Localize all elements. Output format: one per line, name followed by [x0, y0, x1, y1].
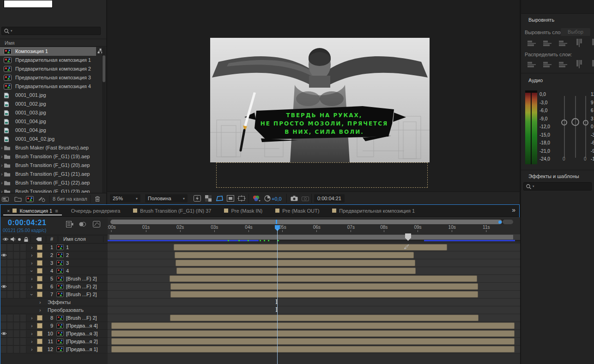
- solo-toggle[interactable]: [14, 330, 20, 337]
- expand-chevron[interactable]: ››: [31, 338, 33, 346]
- layer-name[interactable]: 3: [66, 259, 69, 267]
- eye-toggle[interactable]: [1, 260, 7, 267]
- work-area-range[interactable]: [109, 235, 513, 239]
- label-color-swatch[interactable]: [37, 339, 42, 344]
- layer-row-left[interactable]: ›› 11 [Предва...я 2] ›: [0, 338, 108, 346]
- effects-search-input[interactable]: ▾: [523, 182, 592, 191]
- solo-toggle[interactable]: [14, 283, 20, 290]
- chevron-right-icon[interactable]: ›: [1, 162, 3, 168]
- timeline-row[interactable]: ›› 8 [Brush ...F) 2] › I: [0, 314, 520, 322]
- project-item[interactable]: › Композиция 1: [0, 47, 96, 56]
- graph-editor-icon[interactable]: [92, 221, 101, 228]
- layer-name[interactable]: [Предва...я 4]: [66, 322, 98, 330]
- layer-track[interactable]: I: [108, 251, 520, 259]
- interpret-footage-icon[interactable]: [2, 196, 10, 202]
- layer-row-left[interactable]: ›› 6 [Brush ...F) 2] ›: [0, 283, 108, 291]
- align-icon[interactable]: [527, 40, 538, 47]
- layer-track[interactable]: I: [108, 346, 520, 353]
- timeline-row[interactable]: ›› 11 [Предва...я 2] › I: [0, 338, 520, 346]
- composition-canvas[interactable]: ТВЕРДЬ НА РУКАХ, НЕ ПРОСТО МОЗОЛИ, ПРЯЧЕ…: [210, 38, 430, 162]
- project-item[interactable]: › 0001_003.jpg: [0, 108, 106, 117]
- project-item[interactable]: › Brush Maker (Fast Brushes).aep: [0, 143, 106, 152]
- layer-row-left[interactable]: ›› 10 [Предва...я 3] ›: [0, 330, 108, 338]
- solo-toggle[interactable]: [14, 322, 20, 329]
- expand-chevron[interactable]: ››: [31, 259, 33, 267]
- expand-chevron[interactable]: ››: [31, 267, 33, 275]
- audio-master-slider-knob[interactable]: [571, 118, 579, 126]
- eye-toggle[interactable]: [1, 252, 7, 259]
- layer-duration-bar[interactable]: [170, 275, 477, 282]
- layer-name[interactable]: [Brush ...F) 2]: [66, 283, 97, 291]
- align-icon[interactable]: [558, 40, 569, 47]
- chevron-right-icon[interactable]: ›: [1, 145, 3, 150]
- transparency-grid-icon[interactable]: [203, 194, 213, 203]
- label-color-swatch[interactable]: [37, 315, 42, 321]
- layer-row-left[interactable]: ›› 7 [Brush ...F) 2] ›: [0, 291, 108, 298]
- project-item[interactable]: › Brush Transition (F_G1) (20).aep: [0, 161, 106, 170]
- timeline-row[interactable]: ›› 12 [Предва...я 1] › I: [0, 346, 520, 353]
- property-group-name[interactable]: Эффекты: [48, 298, 71, 306]
- bit-depth-label[interactable]: 8 бит на канал: [49, 195, 91, 203]
- exposure-value[interactable]: +0,0: [272, 196, 282, 202]
- layer-name[interactable]: 1: [66, 244, 69, 251]
- distribute-icon[interactable]: [576, 59, 583, 70]
- layer-track[interactable]: I: [108, 298, 520, 306]
- align-selector-dropdown[interactable]: Выбор: [561, 28, 590, 36]
- project-item[interactable]: › 0001_004.jpg: [0, 117, 106, 126]
- lock-toggle[interactable]: [20, 283, 26, 290]
- layer-track[interactable]: I: [108, 330, 520, 338]
- navigator-end-cap[interactable]: [503, 220, 513, 224]
- distribute-icon[interactable]: [542, 61, 553, 68]
- project-item[interactable]: › Предварительная композиция 4: [0, 82, 106, 91]
- distribute-icon[interactable]: [558, 61, 569, 68]
- solo-toggle[interactable]: [14, 268, 20, 274]
- layer-row-left[interactable]: ›› 9 [Предва...я 4] ›: [0, 322, 108, 330]
- align-icon[interactable]: [576, 38, 583, 49]
- timeline-tab[interactable]: × Pre (Mask OUT) ≡: [269, 205, 326, 216]
- layer-track[interactable]: I: [108, 244, 520, 251]
- timeline-navigator[interactable]: [110, 220, 513, 224]
- solo-toggle[interactable]: [14, 260, 20, 267]
- label-color-swatch[interactable]: [37, 292, 42, 297]
- audio-toggle[interactable]: [7, 346, 13, 353]
- viewer-timecode[interactable]: 0:00:04:21: [314, 194, 345, 203]
- timeline-row[interactable]: ›› 7 [Brush ...F) 2] › I: [0, 291, 520, 298]
- lock-icon[interactable]: [24, 237, 29, 242]
- show-snapshot-icon[interactable]: [300, 194, 310, 203]
- layer-row-left[interactable]: ›› 1 1 ›: [0, 244, 108, 251]
- timeline-row[interactable]: ›› 3 3 › I: [0, 259, 520, 267]
- audio-right-slider-knob[interactable]: [583, 120, 588, 125]
- fast-previews-icon[interactable]: [192, 194, 202, 203]
- audio-toggle[interactable]: [7, 283, 13, 290]
- audio-panel-title[interactable]: Аудио: [528, 78, 543, 83]
- layer-name[interactable]: 4: [66, 267, 69, 275]
- eye-toggle[interactable]: [1, 322, 7, 329]
- timeline-row[interactable]: ›› › Преобразовать I: [0, 306, 520, 314]
- close-icon[interactable]: ×: [7, 208, 10, 214]
- work-area-bar[interactable]: [108, 234, 520, 240]
- expand-chevron[interactable]: ››: [31, 251, 33, 259]
- label-color-swatch[interactable]: [37, 260, 42, 266]
- eye-toggle[interactable]: [1, 346, 7, 353]
- draft-3d-icon[interactable]: [78, 221, 87, 228]
- property-chevron[interactable]: ›: [39, 306, 41, 314]
- new-composition-icon[interactable]: [26, 196, 34, 202]
- project-item[interactable]: › Brush Transition (F_G1) (23).aep: [0, 187, 106, 193]
- expand-chevron[interactable]: ››: [31, 314, 33, 322]
- solo-toggle[interactable]: [14, 315, 20, 322]
- layer-duration-bar[interactable]: [111, 338, 515, 345]
- audio-icon[interactable]: [10, 237, 16, 242]
- timeline-row[interactable]: ›› › Эффекты I: [0, 298, 520, 306]
- layer-duration-bar[interactable]: [170, 283, 478, 290]
- layer-track[interactable]: I: [108, 259, 520, 267]
- layer-name[interactable]: [Предва...я 1]: [66, 346, 98, 353]
- effects-presets-title[interactable]: Эффекты и шаблоны: [528, 173, 579, 179]
- layer-track[interactable]: I: [108, 267, 520, 275]
- project-item[interactable]: › Предварительная композиция 3: [0, 73, 106, 82]
- eye-toggle[interactable]: [1, 268, 7, 274]
- project-scrollbar[interactable]: [102, 47, 106, 193]
- chevron-right-icon[interactable]: ›: [1, 189, 3, 193]
- timeline-row[interactable]: ›› 6 [Brush ...F) 2] › I: [0, 283, 520, 291]
- label-color-swatch[interactable]: [37, 276, 42, 281]
- timeline-row[interactable]: ›› 1 1 › I: [0, 244, 520, 251]
